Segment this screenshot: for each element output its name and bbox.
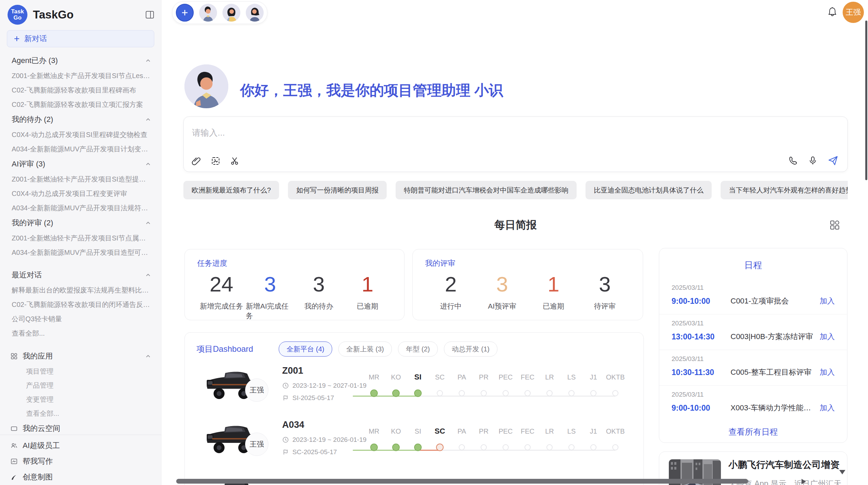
agent-avatar-2[interactable] (222, 4, 240, 22)
sidebar-item-my-apps[interactable]: 我的应用 (0, 348, 161, 364)
sidebar-item[interactable]: 解释最新出台的欧盟报废车法规再生塑料比例被调至15%... (0, 283, 161, 297)
sidebar-item-cloud-space[interactable]: 我的云空间 (0, 421, 161, 436)
schedule-time: 13:00-14:30 (672, 332, 731, 341)
sidebar: Task Go TaskGo 新对话 Agent已办 (3) Z001-全新燃油… (0, 0, 161, 485)
help-me-write-label: 帮我写作 (23, 456, 53, 467)
sidebar-item-ai-super-staff[interactable]: AI超级员工 (0, 438, 161, 453)
stat-in-progress: 2 进行中 (425, 272, 477, 311)
sidebar-collapse-icon[interactable] (145, 10, 154, 19)
sidebar-item[interactable]: Z001-全新燃油轻卡产品开发项目SI造型提交物评审 (0, 172, 161, 186)
vertical-scrollbar-thumb[interactable] (865, 21, 867, 180)
tab-new-platform[interactable]: 全新平台 (4) (279, 341, 332, 357)
join-meeting-link[interactable]: 加入 (820, 296, 835, 306)
scroll-down-arrow[interactable] (839, 470, 845, 474)
sidebar-item[interactable]: C02-飞腾新能源轻客改款项目里程碑画布 (0, 83, 161, 97)
cloud-space-label: 我的云空间 (23, 423, 60, 434)
suggestion-chip[interactable]: 特朗普可能对进口汽车增税会对中国车企造成哪些影响 (396, 181, 577, 199)
suggestion-chip[interactable]: 欧洲新规最近颁布了什么? (183, 181, 279, 199)
tab-model-year[interactable]: 年型 (2) (398, 341, 438, 357)
write-icon (10, 458, 18, 465)
sidebar-item-creative-drawing[interactable]: 创意制图 (0, 469, 161, 485)
sidebar-item-help-me-write[interactable]: 帮我写作 (0, 453, 161, 469)
dashboard-tabs: 全新平台 (4) 全新上装 (3) 年型 (2) 动总开发 (1) (279, 341, 497, 357)
tab-powertrain[interactable]: 动总开发 (1) (444, 341, 497, 357)
sidebar-item-project-mgmt[interactable]: 项目管理 (0, 364, 161, 378)
milestone-si: SI (407, 372, 429, 403)
project-row-z001[interactable]: 王强 Z001 2023-12-19 ~ 2027-01-19 SI-2025-… (185, 363, 644, 414)
sidebar-item[interactable]: A034-全新新能源MUV产品开发项目造型可行性评审 (0, 245, 161, 260)
milestone-pa: PA (451, 426, 473, 457)
schedule-card: 日程 2025/03/11 9:00-10:00 C001-立项审批会 加入 2… (659, 248, 847, 443)
chevron-up-icon[interactable] (145, 220, 152, 226)
project-row-a034[interactable]: 王强 A034 2023-12-19 ~ 2026-01-19 SC-2025-… (185, 417, 644, 468)
sidebar-item[interactable]: C02-飞腾新能源轻客改款项目立项汇报方案 (0, 97, 161, 112)
chevron-up-icon[interactable] (145, 57, 152, 64)
user-avatar[interactable]: 王强 (843, 2, 864, 23)
my-review-title: 我的评审 (425, 258, 630, 269)
agent-avatar-3[interactable] (246, 4, 264, 22)
suggestion-chip[interactable]: 比亚迪全固态电池计划具体说了什么 (586, 181, 712, 199)
grid-icon (10, 352, 18, 360)
suggestion-chip[interactable]: 当下年轻人对汽车外观有怎样的喜好趋势 (721, 181, 848, 199)
sidebar-item-apps-view-all[interactable]: 查看全部... (0, 407, 161, 421)
chevron-up-icon[interactable] (145, 353, 152, 360)
view-all-schedule-link[interactable]: 查看所有日程 (659, 426, 847, 437)
milestone-track-overdue (418, 450, 440, 451)
sidebar-item-product-mgmt[interactable]: 产品管理 (0, 378, 161, 393)
chevron-up-icon[interactable] (145, 161, 152, 167)
add-agent-button[interactable] (176, 4, 194, 22)
chevron-up-icon[interactable] (145, 272, 152, 278)
milestone-ls: LS (560, 426, 582, 457)
sidebar-item[interactable]: Z001-全新燃油轻卡产品开发项目SI节点属性5D文件评审 (0, 231, 161, 245)
scroll-right-arrow[interactable] (801, 479, 806, 484)
attachment-icon[interactable] (191, 156, 202, 166)
sidebar-item[interactable]: C0X4-动力总成开发项目SI里程碑提交物检查 (0, 127, 161, 142)
sidebar-section-my-review[interactable]: 我的评审 (2) (0, 215, 161, 231)
sidebar-sections: Agent已办 (3) Z001-全新燃油皮卡产品开发项目SI节点Lesson … (0, 53, 161, 452)
project-flag: SC-2025-05-17 (282, 448, 337, 456)
scissors-icon[interactable] (230, 156, 240, 166)
sidebar-section-recent-chats[interactable]: 最近对话 (0, 267, 161, 283)
sidebar-item-change-mgmt[interactable]: 变更管理 (0, 393, 161, 407)
milestone-ko: KO (385, 426, 407, 457)
sidebar-section-my-todo[interactable]: 我的待办 (2) (0, 112, 161, 127)
news-title[interactable]: 小鹏飞行汽车制造公司增资 (728, 459, 840, 471)
join-meeting-link[interactable]: 加入 (820, 367, 835, 377)
join-meeting-link[interactable]: 加入 (820, 403, 835, 413)
sidebar-section-agent-done[interactable]: Agent已办 (3) (0, 53, 161, 69)
stat-my-todo: 3 我的待办 (294, 272, 343, 321)
notifications-bell-icon[interactable] (827, 6, 838, 17)
sidebar-item[interactable]: Z001-全新燃油皮卡产品开发项目SI节点Lesson Learn报告 (0, 69, 161, 83)
microphone-icon[interactable] (808, 156, 818, 166)
project-dashboard-card: 项目Dashboard 全新平台 (4) 全新上装 (3) 年型 (2) 动总开… (184, 332, 644, 485)
horizontal-scrollbar-thumb[interactable] (176, 479, 748, 484)
project-flag-label: SI-2025-05-17 (292, 394, 334, 402)
app-logo: Task Go (8, 5, 27, 25)
tab-new-body[interactable]: 全新上装 (3) (338, 341, 392, 357)
input-toolbar-right (788, 155, 839, 166)
stat-value: 3 (599, 272, 611, 297)
phone-call-icon[interactable] (788, 156, 798, 166)
sidebar-item[interactable]: A034-全新新能源MUV产品开发项目法规符合性评审 (0, 201, 161, 215)
sidebar-item[interactable]: A034-全新新能源MUV产品开发项目计划变更表编写 (0, 142, 161, 156)
milestone-dot (459, 390, 465, 396)
join-meeting-link[interactable]: 加入 (820, 332, 835, 342)
sidebar-item-view-all[interactable]: 查看全部... (0, 326, 161, 340)
project-date-range: 2023-12-19 ~ 2027-01-19 (292, 382, 366, 389)
sidebar-section-ai-review[interactable]: AI评审 (3) (0, 156, 161, 172)
image-upload-icon[interactable] (210, 156, 221, 166)
chat-input-placeholder[interactable]: 请输入... (192, 127, 225, 138)
sidebar-item[interactable]: 公司Q3轻卡销量 (0, 312, 161, 326)
new-chat-button[interactable]: 新对话 (7, 30, 154, 47)
chat-input-card[interactable]: 请输入... (183, 116, 848, 172)
pen-icon (10, 473, 18, 481)
agent-avatar-1[interactable] (199, 4, 217, 22)
chevron-up-icon[interactable] (145, 116, 152, 123)
send-icon[interactable] (828, 155, 839, 166)
creative-drawing-label: 创意制图 (23, 472, 53, 482)
sidebar-item[interactable]: C02-飞腾新能源轻客改款项目的闭环通告反馈情况 (0, 297, 161, 312)
briefing-layout-icon[interactable] (829, 219, 841, 231)
sidebar-item[interactable]: C0X4-动力总成开发项目工程变更评审 (0, 186, 161, 201)
milestone-sc: SC (429, 426, 451, 457)
suggestion-chip[interactable]: 如何写一份清晰的项目周报 (288, 181, 387, 199)
